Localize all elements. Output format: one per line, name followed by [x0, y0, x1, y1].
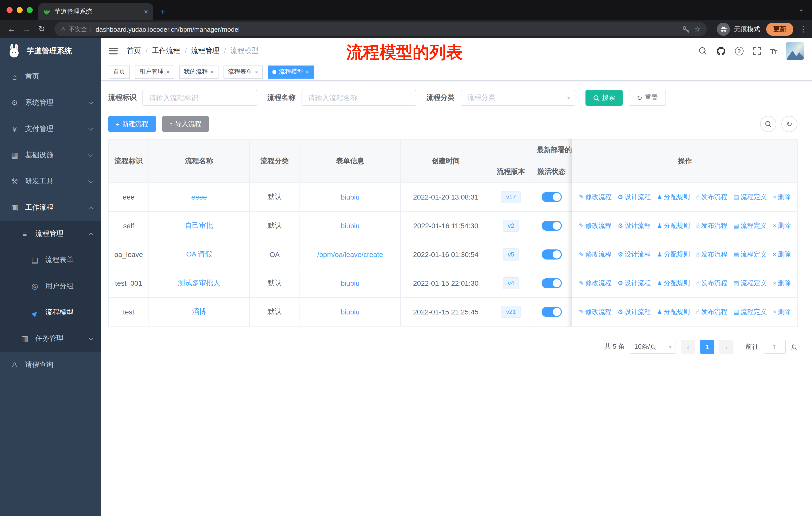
action-assign-rule-link[interactable]: ♟分配规则 — [657, 307, 690, 317]
font-size-icon[interactable]: TT — [770, 47, 777, 55]
form-link[interactable]: biubiu — [341, 193, 360, 201]
toggle-search-button[interactable] — [760, 116, 776, 132]
action-edit-link[interactable]: ✎修改流程 — [579, 221, 612, 230]
avatar[interactable] — [786, 42, 804, 60]
process-category-select[interactable]: 流程分类 ▾ — [461, 90, 575, 106]
active-toggle[interactable] — [542, 192, 561, 202]
process-name-link[interactable]: OA 请假 — [186, 250, 212, 258]
prev-page-button[interactable]: ‹ — [681, 340, 695, 354]
active-toggle[interactable] — [542, 249, 561, 260]
action-definition-link[interactable]: ▤流程定义 — [733, 221, 767, 230]
tag-process-model[interactable]: 流程模型 × — [268, 65, 314, 78]
action-definition-link[interactable]: ▤流程定义 — [733, 192, 767, 201]
process-name-link[interactable]: eeee — [191, 193, 207, 201]
action-design-link[interactable]: ⚙设计流程 — [618, 307, 651, 317]
action-design-link[interactable]: ⚙设计流程 — [618, 250, 651, 259]
action-delete-link[interactable]: ×删除 — [773, 221, 791, 230]
action-delete-link[interactable]: ×删除 — [773, 307, 791, 317]
action-assign-rule-link[interactable]: ♟分配规则 — [657, 279, 690, 288]
action-delete-link[interactable]: ×删除 — [773, 192, 791, 201]
breadcrumb-workflow[interactable]: 工作流程 — [152, 46, 180, 55]
breadcrumb-process-management[interactable]: 流程管理 — [191, 46, 220, 55]
breadcrumb-home[interactable]: 首页 — [127, 46, 141, 55]
sidebar-item-home[interactable]: ⌂ 首页 — [0, 63, 101, 90]
active-toggle[interactable] — [542, 221, 561, 231]
action-publish-link[interactable]: ☝发布流程 — [696, 279, 727, 288]
reset-button[interactable]: ↻ 重置 — [629, 90, 666, 106]
form-link[interactable]: biubiu — [341, 279, 360, 287]
process-name-link[interactable]: 滔博 — [192, 307, 206, 316]
bookmark-star-icon[interactable]: ☆ — [694, 25, 701, 34]
next-page-button[interactable]: › — [719, 340, 733, 354]
security-indicator[interactable]: ⚠ 不安全 | — [60, 25, 92, 33]
sidebar-item-system[interactable]: ⚙ 系统管理 — [0, 90, 101, 116]
goto-page-input[interactable] — [764, 340, 786, 354]
process-id-input[interactable] — [142, 90, 257, 106]
process-name-link[interactable]: 测试多审批人 — [178, 279, 220, 287]
close-icon[interactable]: × — [166, 69, 170, 75]
action-definition-link[interactable]: ▤流程定义 — [733, 307, 767, 317]
refresh-table-button[interactable]: ↻ — [781, 116, 798, 132]
browser-tab[interactable]: 芋道管理系统 × — [38, 3, 153, 20]
sidebar-item-process-model[interactable]: ▶ 流程模型 — [0, 299, 101, 326]
action-publish-link[interactable]: ☝发布流程 — [696, 192, 727, 201]
new-tab-button[interactable]: + — [160, 7, 166, 17]
tag-my-process[interactable]: 我的流程 × — [179, 65, 219, 78]
action-publish-link[interactable]: ☝发布流程 — [696, 307, 727, 317]
tab-search-chevron-icon[interactable]: ⌄ — [799, 5, 804, 12]
close-icon[interactable]: × — [306, 69, 309, 75]
action-delete-link[interactable]: ×删除 — [773, 279, 791, 288]
action-assign-rule-link[interactable]: ♟分配规则 — [657, 250, 690, 259]
sidebar-item-devtools[interactable]: ⚒ 研发工具 — [0, 168, 101, 194]
password-key-icon[interactable] — [682, 25, 690, 33]
active-toggle[interactable] — [542, 278, 561, 288]
create-process-button[interactable]: + 新建流程 — [108, 116, 156, 132]
github-icon[interactable] — [716, 46, 726, 56]
sidebar-item-user-group[interactable]: ◎ 用户分组 — [0, 273, 101, 299]
page-size-select[interactable]: 10条/页 ▾ — [630, 340, 676, 354]
action-delete-link[interactable]: ×删除 — [773, 250, 791, 259]
help-icon[interactable]: ? — [735, 47, 743, 55]
browser-update-button[interactable]: 更新 — [766, 23, 793, 36]
action-publish-link[interactable]: ☝发布流程 — [696, 250, 727, 259]
sidebar-item-workflow[interactable]: ▣ 工作流程 — [0, 194, 101, 221]
process-name-link[interactable]: 自己审批 — [185, 221, 213, 229]
browser-menu-icon[interactable]: ⋮ — [800, 25, 807, 34]
action-edit-link[interactable]: ✎修改流程 — [579, 279, 612, 288]
form-link[interactable]: biubiu — [341, 222, 360, 230]
import-process-button[interactable]: ↑ 导入流程 — [162, 116, 209, 132]
back-icon[interactable]: ← — [5, 25, 18, 33]
close-window-button[interactable] — [6, 7, 12, 13]
process-name-input[interactable] — [301, 90, 416, 106]
sidebar-item-leave-query[interactable]: ♙ 请假查询 — [0, 352, 101, 378]
tab-close-icon[interactable]: × — [144, 8, 148, 15]
reload-icon[interactable]: ↻ — [35, 25, 48, 33]
address-bar[interactable]: ⚠ 不安全 | dashboard.yudao.iocoder.cn/bpm/m… — [54, 22, 707, 36]
url-text[interactable]: dashboard.yudao.iocoder.cn/bpm/manager/m… — [96, 25, 677, 33]
sidebar-item-process-form[interactable]: ▤ 流程表单 — [0, 247, 101, 273]
collapse-sidebar-icon[interactable] — [109, 48, 118, 54]
action-design-link[interactable]: ⚙设计流程 — [618, 192, 651, 201]
fullscreen-icon[interactable] — [752, 47, 761, 55]
action-assign-rule-link[interactable]: ♟分配规则 — [657, 221, 690, 230]
action-edit-link[interactable]: ✎修改流程 — [579, 250, 612, 259]
action-publish-link[interactable]: ☝发布流程 — [696, 221, 727, 230]
action-edit-link[interactable]: ✎修改流程 — [579, 307, 612, 317]
action-design-link[interactable]: ⚙设计流程 — [618, 221, 651, 230]
minimize-window-button[interactable] — [17, 7, 23, 13]
form-link[interactable]: /bpm/oa/leave/create — [317, 250, 383, 259]
sidebar-logo[interactable]: 芋道管理系统 — [0, 38, 101, 63]
form-link[interactable]: biubiu — [341, 308, 360, 316]
forward-icon[interactable]: → — [20, 25, 33, 33]
sidebar-item-process-management[interactable]: ≡ 流程管理 — [0, 221, 101, 247]
close-icon[interactable]: × — [255, 69, 258, 75]
sidebar-item-infrastructure[interactable]: ▦ 基础设施 — [0, 142, 101, 168]
sidebar-item-task-management[interactable]: ▥ 任务管理 — [0, 326, 101, 352]
tag-process-form[interactable]: 流程表单 × — [224, 65, 263, 78]
sidebar-item-payment[interactable]: ¥ 支付管理 — [0, 116, 101, 142]
action-assign-rule-link[interactable]: ♟分配规则 — [657, 192, 690, 201]
tag-home[interactable]: 首页 — [109, 65, 130, 78]
close-icon[interactable]: × — [210, 69, 214, 75]
action-edit-link[interactable]: ✎修改流程 — [579, 192, 612, 201]
action-design-link[interactable]: ⚙设计流程 — [618, 279, 651, 288]
